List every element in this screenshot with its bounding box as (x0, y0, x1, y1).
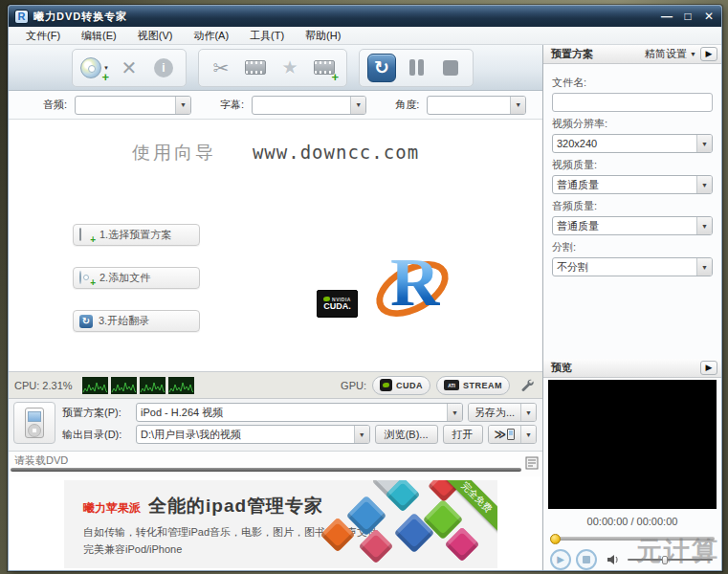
transfer-to-device-button[interactable]: ≫ (489, 426, 521, 443)
wizard-watermark: 使用向导 www.downcc.com (9, 141, 542, 166)
stop-playback-button[interactable] (576, 549, 597, 570)
snapshot-button[interactable]: + (308, 52, 341, 84)
video-quality-value: 普通质量 (553, 176, 696, 193)
volume-slider[interactable] (628, 555, 713, 564)
step-add-files-button[interactable]: + 2.添加文件 (73, 267, 200, 289)
split-label: 分割: (552, 240, 713, 254)
chevron-down-icon: ▼ (447, 404, 462, 421)
angle-select-value (428, 97, 510, 114)
save-as-button[interactable]: 另存为... (469, 404, 520, 421)
preview-panel-header: 预览 ▶ (543, 359, 721, 378)
convert-arrows-glyph: ↻ (374, 58, 389, 77)
save-as-split-button: 另存为... ▼ (468, 403, 537, 422)
chevron-down-icon: ▼ (696, 135, 712, 152)
banner-ad[interactable]: 曦力苹果派 全能的ipad管理专家 自如传输，转化和管理iPad音乐，电影，图片… (64, 480, 497, 568)
task-report-button[interactable] (523, 454, 540, 471)
filename-label: 文件名: (552, 76, 713, 90)
profile-panel-title: 预置方案 (551, 47, 593, 61)
play-icon: ▶ (557, 555, 564, 564)
split-select[interactable]: 不分割 ▼ (552, 257, 713, 276)
effects-button[interactable]: ★ (274, 52, 306, 84)
menu-file[interactable]: 文件(F) (16, 28, 70, 44)
app-logo-watermark: R (377, 249, 450, 327)
free-ribbon: 完全免费 (439, 480, 497, 535)
subtitle-label: 字幕: (220, 98, 244, 112)
browse-button[interactable]: 浏览(B)... (375, 425, 438, 444)
menu-edit[interactable]: 编辑(E) (72, 28, 126, 44)
cpu-usage-text: CPU: 2.31% (14, 380, 73, 391)
open-folder-button[interactable]: 打开 (443, 425, 483, 444)
step-label: 3.开始翻录 (99, 314, 149, 328)
dvd-disc-icon (80, 57, 101, 78)
stop-button[interactable] (434, 52, 467, 84)
disc-add-icon: + (79, 272, 94, 284)
angle-select[interactable]: ▼ (427, 96, 526, 115)
play-button[interactable]: ▶ (550, 549, 571, 570)
crop-button[interactable] (239, 52, 272, 84)
profile-select[interactable]: iPod - H.264 视频 ▼ (136, 403, 463, 422)
volume-track (628, 559, 713, 561)
save-as-dropdown[interactable]: ▼ (520, 404, 536, 421)
arrow-right-icon: ▶ (706, 364, 713, 372)
add-dvd-button[interactable]: + ▼ (78, 52, 111, 84)
step-start-rip-button[interactable]: ↻ 3.开始翻录 (73, 310, 200, 332)
profile-label: 预置方案(P): (62, 406, 131, 420)
output-dir-select[interactable]: D:\用户目录\我的视频 ▼ (136, 425, 370, 444)
subtitle-select-value (253, 97, 350, 114)
profile-form: 文件名: 视频分辨率: 320x240 ▼ 视频质量: 普通质量 ▼ 音频质量: (543, 64, 721, 276)
transfer-dropdown[interactable]: ▼ (520, 426, 536, 443)
scissors-icon: ✂ (213, 56, 230, 79)
chevron-down-icon: ▼ (354, 426, 369, 443)
maximize-button[interactable]: □ (681, 10, 695, 23)
gpu-settings-button[interactable] (516, 375, 537, 396)
menu-view[interactable]: 视图(V) (128, 28, 183, 44)
volume-knob[interactable] (662, 556, 668, 564)
start-rip-button[interactable]: ↻ (365, 52, 398, 84)
seek-knob[interactable] (550, 534, 561, 544)
titlebar: R 曦力DVD转换专家 — □ ✕ (9, 6, 721, 27)
ati-icon: ATI (444, 380, 459, 390)
video-quality-select[interactable]: 普通质量 ▼ (552, 175, 713, 194)
site-watermark: www.downcc.com (253, 142, 419, 163)
track-selector-row: 音频: ▼ 字幕: ▼ 角度: ▼ (9, 91, 542, 120)
chevron-down-icon: ▼ (696, 176, 712, 193)
collapse-panel-button[interactable]: ▶ (700, 47, 717, 61)
resolution-select[interactable]: 320x240 ▼ (552, 134, 713, 153)
app-logo-icon: R (14, 10, 29, 24)
remove-button[interactable]: ✕ (113, 52, 145, 84)
settings-mode-toggle[interactable]: 精简设置 ▼ (645, 47, 696, 61)
resolution-label: 视频分辨率: (552, 117, 713, 131)
settings-panel: 预置方案 精简设置 ▼ ▶ 文件名: 视频分辨率: 320x240 (542, 45, 721, 570)
menu-tools[interactable]: 工具(T) (240, 28, 294, 44)
step-select-profile-button[interactable]: + 1.选择预置方案 (73, 224, 200, 246)
expand-preview-button[interactable]: ▶ (700, 361, 717, 375)
report-list-icon (525, 456, 539, 470)
angle-label: 角度: (395, 98, 419, 112)
audio-quality-select[interactable]: 普通质量 ▼ (552, 216, 713, 235)
player-controls: ▶ (543, 543, 721, 570)
ati-toggle-label: STREAM (463, 381, 502, 390)
device-category-button[interactable] (13, 402, 55, 444)
mute-button[interactable] (607, 554, 621, 565)
media-info-button[interactable]: i (147, 52, 180, 84)
clip-button[interactable]: ✂ (205, 52, 237, 84)
ati-stream-toggle-button[interactable]: ATI STREAM (436, 376, 510, 395)
menu-help[interactable]: 帮助(H) (296, 28, 350, 44)
subtitle-select[interactable]: ▼ (252, 96, 366, 115)
video-quality-label: 视频质量: (552, 158, 713, 172)
ipod-device-icon (25, 408, 44, 438)
pause-button[interactable] (400, 52, 432, 84)
seek-slider[interactable] (550, 534, 715, 543)
minimize-button[interactable]: — (660, 10, 673, 23)
audio-select[interactable]: ▼ (75, 96, 191, 115)
toolbar-group-source: + ▼ ✕ i (72, 49, 187, 87)
close-button[interactable]: ✕ (702, 10, 716, 23)
menu-actions[interactable]: 动作(A) (184, 28, 238, 44)
wrench-icon (519, 378, 534, 392)
audio-quality-value: 普通质量 (553, 217, 696, 234)
app-window: R 曦力DVD转换专家 — □ ✕ 文件(F) 编辑(E) 视图(V) 动作(A… (8, 5, 722, 571)
pause-icon (409, 59, 424, 76)
filename-input[interactable] (552, 93, 713, 112)
convert-icon: ↻ (79, 315, 93, 328)
cuda-toggle-button[interactable]: CUDA (372, 376, 430, 395)
